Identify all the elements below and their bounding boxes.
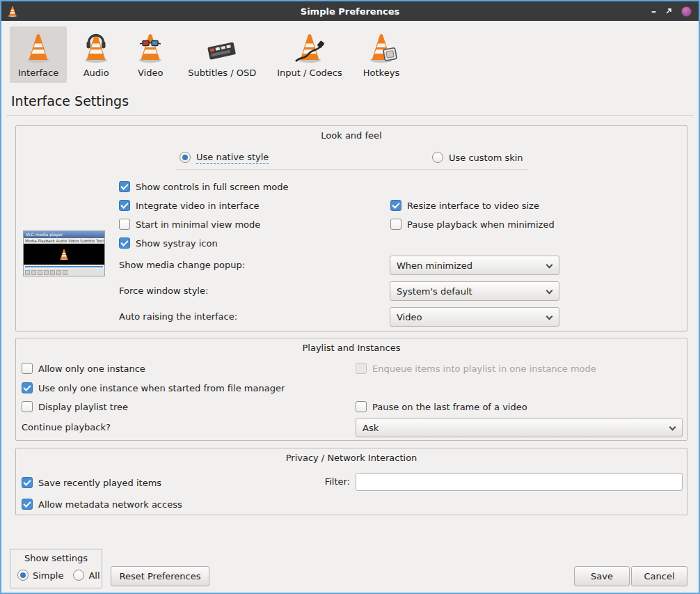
filter-input[interactable] <box>356 473 683 491</box>
checkbox-resize-interface[interactable]: Resize interface to video size <box>390 199 539 212</box>
checkbox-start-minimal-view[interactable]: Start in minimal view mode <box>119 218 260 230</box>
group-title: Playlist and Instances <box>16 343 687 353</box>
label-filter: Filter: <box>294 472 350 492</box>
group-privacy-network: Privacy / Network Interaction Save recen… <box>15 448 687 515</box>
tab-subtitles-osd[interactable]: Subtitles / OSD <box>180 26 264 83</box>
heading-divider <box>6 115 694 116</box>
group-playlist-instances: Playlist and Instances Allow only one in… <box>15 338 687 441</box>
tab-audio[interactable]: Audio <box>71 26 121 83</box>
checkbox-integrate-video[interactable]: Integrate video in interface <box>119 199 260 212</box>
restore-button[interactable] <box>665 7 673 15</box>
group-title: Privacy / Network Interaction <box>16 453 687 463</box>
video-glasses-icon <box>134 31 167 64</box>
radio-use-native-style[interactable]: Use native style <box>180 151 269 164</box>
radio-row-divider <box>176 169 528 170</box>
radio-indicator <box>73 570 84 581</box>
chevron-down-icon <box>546 313 553 320</box>
radio-settings-all[interactable]: All <box>73 569 100 581</box>
checkbox-indicator <box>356 363 367 374</box>
interface-preview-thumbnail: VLC media player Media Playback Audio Vi… <box>23 230 105 276</box>
show-settings-title: Show settings <box>10 553 102 563</box>
tab-label: Hotkeys <box>363 68 399 78</box>
chevron-down-icon <box>546 262 553 269</box>
checkbox-indicator <box>119 200 130 211</box>
preview-controls <box>24 269 104 276</box>
reset-preferences-button[interactable]: Reset Preferences <box>111 566 209 586</box>
chevron-down-icon <box>546 288 553 295</box>
window-title: Simple Preferences <box>1 6 699 17</box>
label-auto-raising: Auto raising the interface: <box>119 307 237 327</box>
titlebar: Simple Preferences – <box>1 1 699 21</box>
close-button[interactable] <box>681 6 692 17</box>
select-continue-playback[interactable]: Ask <box>356 418 683 437</box>
radio-use-custom-skin[interactable]: Use custom skin <box>432 151 523 164</box>
select-force-window-style[interactable]: System's default <box>390 281 559 301</box>
radio-indicator <box>180 152 191 163</box>
input-codecs-cable-icon <box>293 31 326 64</box>
label-force-window-style: Force window style: <box>119 281 208 301</box>
checkbox-allow-one-instance[interactable]: Allow only one instance <box>22 362 145 375</box>
preview-cone-icon <box>58 248 70 260</box>
save-button[interactable]: Save <box>574 566 630 586</box>
select-auto-raising[interactable]: Video <box>390 307 559 327</box>
checkbox-save-recently-played[interactable]: Save recently played items <box>22 476 161 489</box>
hotkeys-keycap-icon <box>365 31 398 64</box>
tab-hotkeys[interactable]: Hotkeys <box>355 26 408 83</box>
radio-indicator <box>17 570 29 581</box>
checkbox-indicator <box>356 401 367 412</box>
tab-input-codecs[interactable]: Input / Codecs <box>269 26 351 83</box>
radio-indicator <box>432 152 443 163</box>
preferences-toolbar: Interface Audio Video <box>1 21 699 86</box>
tab-label: Video <box>138 68 163 78</box>
checkbox-pause-when-minimized[interactable]: Pause playback when minimized <box>390 218 555 230</box>
interface-cone-icon <box>22 31 55 64</box>
preview-video-area <box>24 244 104 265</box>
preview-menubar: Media Playback Audio Video Subtitle Tool… <box>24 238 104 244</box>
checkbox-pause-last-frame[interactable]: Pause on the last frame of a video <box>356 400 527 413</box>
tab-label: Input / Codecs <box>277 68 342 78</box>
label-continue-playback: Continue playback? <box>22 418 111 437</box>
preview-titlebar: VLC media player <box>24 231 104 238</box>
checkbox-show-controls-fullscreen[interactable]: Show controls in full screen mode <box>119 180 289 193</box>
checkbox-indicator <box>22 363 33 374</box>
tab-label: Subtitles / OSD <box>188 68 256 78</box>
page-title: Interface Settings <box>11 93 699 109</box>
show-settings-group: Show settings Simple All <box>10 549 102 588</box>
checkbox-one-instance-file-manager[interactable]: Use only one instance when started from … <box>22 382 285 394</box>
checkbox-indicator <box>390 219 401 230</box>
checkbox-show-systray-icon[interactable]: Show systray icon <box>119 237 218 249</box>
checkbox-indicator <box>119 181 130 192</box>
checkbox-indicator <box>119 219 130 230</box>
tab-label: Interface <box>18 68 58 78</box>
tab-label: Audio <box>83 68 109 78</box>
checkbox-indicator <box>22 401 33 412</box>
checkbox-indicator <box>22 477 33 488</box>
group-look-and-feel: Look and feel Use native style Use custo… <box>15 125 687 331</box>
checkbox-indicator <box>390 200 401 211</box>
radio-settings-simple[interactable]: Simple <box>17 569 63 581</box>
select-media-change-popup[interactable]: When minimized <box>390 256 559 275</box>
checkbox-indicator <box>22 382 33 393</box>
chevron-down-icon <box>669 424 676 431</box>
cancel-button[interactable]: Cancel <box>631 566 687 586</box>
simple-preferences-window: Simple Preferences – Interface Audio <box>0 0 700 594</box>
label-media-change-popup: Show media change popup: <box>119 256 245 275</box>
vlc-cone-icon <box>6 5 19 17</box>
subtitles-clapper-icon <box>205 31 239 64</box>
checkbox-display-playlist-tree[interactable]: Display playlist tree <box>22 400 128 413</box>
group-title: Look and feel <box>16 130 687 141</box>
checkbox-allow-metadata-network[interactable]: Allow metadata network access <box>22 498 182 510</box>
audio-headphones-icon <box>79 31 113 64</box>
minimize-button[interactable]: – <box>651 6 656 16</box>
checkbox-indicator <box>119 237 130 249</box>
checkbox-enqueue-one-instance: Enqueue items into playlist in one insta… <box>356 362 596 375</box>
tab-interface[interactable]: Interface <box>10 26 67 83</box>
tab-video[interactable]: Video <box>125 26 175 83</box>
checkbox-indicator <box>22 499 33 510</box>
